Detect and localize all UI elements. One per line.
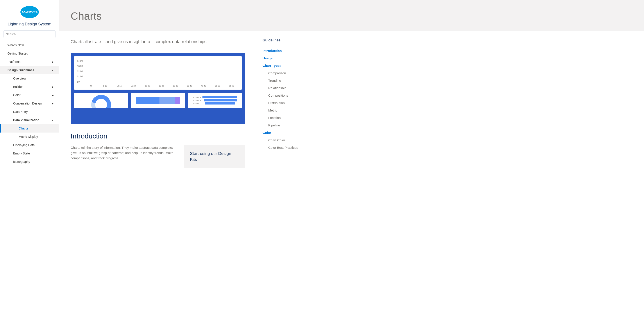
donut-icon [88,93,114,108]
nav-overview[interactable]: Overview [0,74,59,83]
nav-platforms[interactable]: Platforms▶ [0,58,59,66]
section-introduction-heading: Introduction [71,132,245,140]
toc-pipeline[interactable]: Pipeline [268,123,280,127]
intro-paragraph: Charts tell the story of information. Th… [71,145,178,161]
stack-icon [136,97,180,104]
sidebar: salesforce Lightning Design System What'… [0,0,59,326]
toc-color[interactable]: Color [262,131,271,135]
page-lead: Charts illustrate—and give us insight in… [71,38,245,45]
toc-location[interactable]: Location [268,116,281,120]
toc-compositions[interactable]: Compositions [268,94,288,97]
toc-color-best[interactable]: Color Best Practices [268,146,298,150]
toc-chart-color[interactable]: Chart Color [268,138,285,142]
content: Charts illustrate—and give us insight in… [59,31,257,181]
toc-chart-types[interactable]: Chart Types [262,64,282,67]
toc-relationship[interactable]: Relationship [268,86,286,90]
chevron-right-icon: ▶ [52,61,54,63]
chevron-right-icon: ▶ [52,86,54,88]
table-of-contents: Guidelines Introduction Usage Chart Type… [257,31,332,181]
nav-charts[interactable]: Charts [0,124,59,133]
nav-empty-state[interactable]: Empty State [0,149,59,158]
search-wrap [0,30,59,41]
nav-whats-new[interactable]: What's New [0,41,59,49]
charts-hero-illustration: $40M$30M$20M$10M$0 0-55-1010-1515-2020-2… [71,53,245,124]
nav-getting-started[interactable]: Getting Started [0,49,59,58]
toc-comparison[interactable]: Comparison [268,71,286,75]
chevron-right-icon: ▶ [52,94,54,96]
search-input[interactable] [4,30,56,38]
salesforce-logo-icon: salesforce [19,4,40,20]
illus-hbar-chart: Account AAccount BAccount C [188,93,242,108]
toc-heading: Guidelines [262,38,326,42]
nav-data-visualization[interactable]: Data Visualization▼ [0,116,59,124]
toc-introduction[interactable]: Introduction [262,49,282,53]
primary-nav: What's New Getting Started Platforms▶ De… [0,41,59,166]
nav-displaying-data[interactable]: Displaying Data [0,141,59,149]
illus-bar-chart: $40M$30M$20M$10M$0 0-55-1010-1515-2020-2… [74,56,242,90]
page-header: Charts [59,0,644,31]
cta-design-kits[interactable]: Start using our Design Kits [184,145,245,168]
toc-usage[interactable]: Usage [262,56,272,60]
cta-text: Start using our Design Kits [190,151,239,162]
illus-y-axis: $40M$30M$20M$10M$0 [77,59,84,87]
chevron-down-icon: ▼ [52,119,54,121]
illus-bars: 0-55-1010-1515-2020-2525-3030-3535-4040-… [84,59,239,87]
svg-text:salesforce: salesforce [22,10,38,14]
nav-iconography[interactable]: Iconography [0,158,59,166]
nav-design-guidelines[interactable]: Design Guidelines▼ [0,66,59,74]
nav-color[interactable]: Color▶ [0,91,59,99]
nav-data-entry[interactable]: Data Entry [0,108,59,116]
illus-stacked-chart [131,93,185,108]
nav-builder[interactable]: Builder▶ [0,83,59,91]
nav-metric-display[interactable]: Metric Display [0,133,59,141]
brand-block: salesforce Lightning Design System [0,4,59,30]
page-title: Charts [71,10,632,22]
toc-distribution[interactable]: Distribution [268,101,285,105]
chevron-down-icon: ▼ [52,69,54,71]
chevron-right-icon: ▶ [52,102,54,105]
toc-metric[interactable]: Metric [268,108,277,112]
illus-donut-chart [74,93,128,108]
nav-conversation-design[interactable]: Conversation Design▶ [0,99,59,108]
brand-subtitle: Lightning Design System [4,22,56,26]
main: Charts Charts illustrate—and give us ins… [59,0,644,326]
toc-trending[interactable]: Trending [268,79,281,82]
